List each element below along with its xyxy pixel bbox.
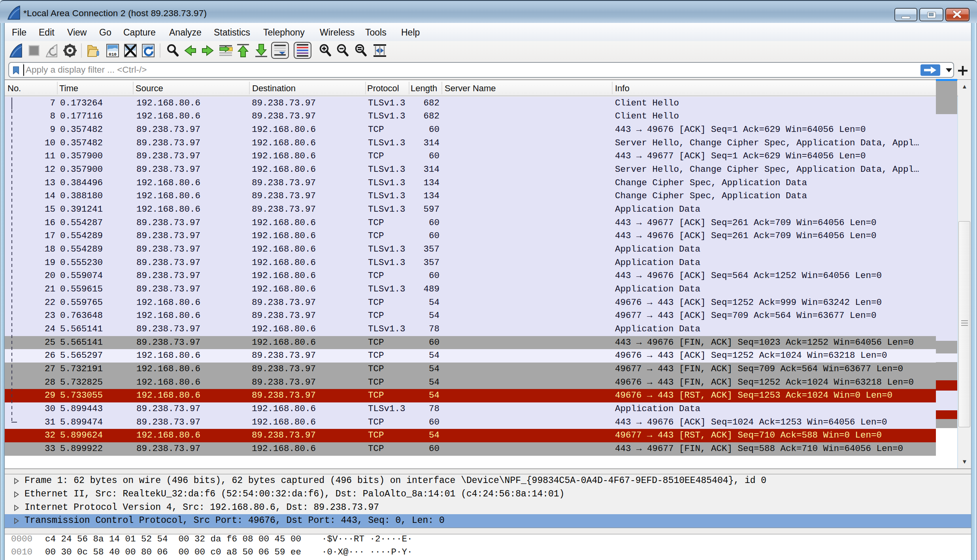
svg-text:010: 010: [109, 52, 117, 57]
